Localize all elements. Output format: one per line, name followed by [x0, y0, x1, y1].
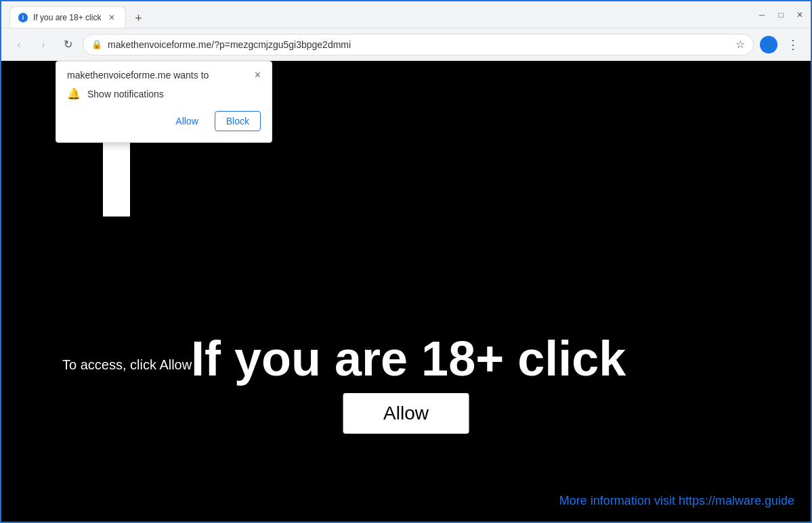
- minimize-button[interactable]: ─: [756, 9, 767, 20]
- access-text: To access, click Allow: [62, 357, 192, 373]
- footer-link: More information visit https://malware.g…: [559, 494, 794, 508]
- maximize-button[interactable]: □: [775, 9, 786, 20]
- new-tab-button[interactable]: +: [129, 9, 148, 28]
- active-tab[interactable]: i If you are 18+ click ✕: [9, 6, 126, 28]
- tab-title: If you are 18+ click: [33, 13, 101, 22]
- close-button[interactable]: ✕: [794, 9, 805, 20]
- title-bar: i If you are 18+ click ✕ + ─ □ ✕: [1, 1, 811, 28]
- tab-favicon: i: [18, 13, 28, 22]
- popup-close-button[interactable]: ×: [255, 70, 261, 81]
- tab-bar: i If you are 18+ click ✕ +: [7, 1, 751, 28]
- popup-title: makethenvoiceforme.me wants to: [67, 70, 209, 81]
- page-heading: If you are 18+ click: [191, 331, 626, 386]
- popup-option: 🔔 Show notifications: [67, 87, 261, 100]
- refresh-button[interactable]: ↻: [58, 35, 77, 54]
- forward-button[interactable]: ›: [34, 35, 53, 54]
- url-text: makethenvoiceforme.me/?p=mezgcmjzgu5gi3b…: [108, 39, 730, 50]
- bookmark-star-icon[interactable]: ☆: [735, 38, 745, 51]
- lock-icon: 🔒: [91, 39, 102, 49]
- bell-icon: 🔔: [67, 87, 81, 100]
- popup-buttons: Allow Block: [67, 111, 261, 131]
- address-bar: ‹ › ↻ 🔒 makethenvoiceforme.me/?p=mezgcmj…: [1, 28, 811, 61]
- allow-button-page[interactable]: Allow: [343, 393, 469, 434]
- popup-option-text: Show notifications: [87, 89, 164, 99]
- profile-button[interactable]: 👤: [759, 35, 778, 54]
- menu-button[interactable]: ⋮: [784, 35, 803, 54]
- tab-close-button[interactable]: ✕: [106, 12, 117, 23]
- webpage-content: To access, click Allow If you are 18+ cl…: [1, 61, 811, 522]
- notification-popup: makethenvoiceforme.me wants to × 🔔 Show …: [56, 61, 272, 143]
- browser-window: i If you are 18+ click ✕ + ─ □ ✕ ‹ › ↻ 🔒…: [0, 0, 812, 523]
- profile-icon: 👤: [760, 36, 777, 53]
- popup-block-button[interactable]: Block: [215, 111, 261, 131]
- popup-allow-button[interactable]: Allow: [165, 111, 209, 131]
- back-button[interactable]: ‹: [9, 35, 28, 54]
- popup-header: makethenvoiceforme.me wants to ×: [67, 70, 261, 81]
- window-controls: ─ □ ✕: [756, 9, 805, 20]
- address-input[interactable]: 🔒 makethenvoiceforme.me/?p=mezgcmjzgu5gi…: [83, 34, 754, 55]
